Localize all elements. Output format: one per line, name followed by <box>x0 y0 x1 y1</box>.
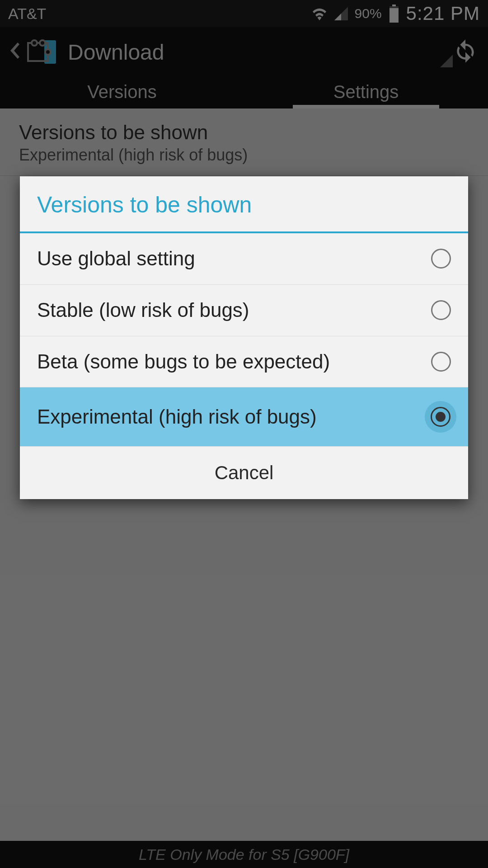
option-label: Stable (low risk of bugs) <box>37 298 431 322</box>
option-label: Use global setting <box>37 247 431 271</box>
option-stable[interactable]: Stable (low risk of bugs) <box>20 285 468 336</box>
cancel-button[interactable]: Cancel <box>20 447 468 499</box>
radio-unchecked-icon <box>431 352 451 372</box>
dialog-versions: Versions to be shown Use global setting … <box>20 176 468 499</box>
radio-selected-halo <box>425 401 456 433</box>
option-label: Experimental (high risk of bugs) <box>37 405 425 429</box>
dialog-title: Versions to be shown <box>20 176 468 231</box>
cancel-label: Cancel <box>215 462 274 483</box>
option-use-global-setting[interactable]: Use global setting <box>20 233 468 285</box>
option-experimental[interactable]: Experimental (high risk of bugs) <box>20 387 468 447</box>
radio-checked-icon <box>431 407 450 427</box>
radio-unchecked-icon <box>431 249 451 269</box>
radio-unchecked-icon <box>431 300 451 320</box>
option-label: Beta (some bugs to be expected) <box>37 350 431 374</box>
option-beta[interactable]: Beta (some bugs to be expected) <box>20 336 468 388</box>
